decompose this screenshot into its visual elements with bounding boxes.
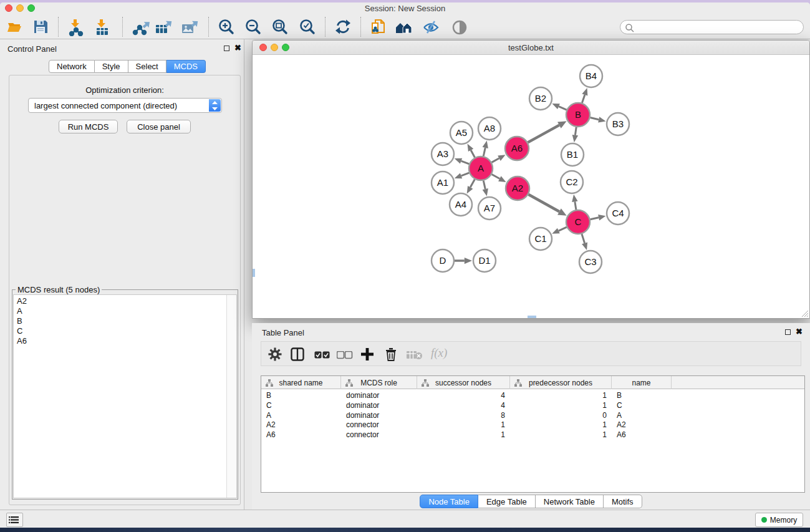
- graph-edge[interactable]: [591, 218, 599, 220]
- refresh-icon[interactable]: [334, 19, 352, 39]
- tab-node-table[interactable]: Node Table: [420, 495, 478, 508]
- mcds-result-list[interactable]: A2ABCA6: [13, 294, 237, 498]
- column-header-MCDS-role[interactable]: MCDS role: [341, 376, 417, 389]
- app-titlebar[interactable]: Session: New Session: [0, 2, 810, 14]
- new-network-from-selection-icon[interactable]: [370, 19, 387, 39]
- table-cell: 1: [510, 430, 607, 440]
- import-table-icon[interactable]: [94, 19, 111, 39]
- column-header-predecessor-nodes[interactable]: predecessor nodes: [510, 376, 612, 389]
- network-graph-canvas[interactable]: B4B2BB3A5A8A6B1A3AC2A1A2A4A7C4CC1C3DD1: [253, 55, 809, 319]
- network-left-scrollmark: [253, 269, 255, 277]
- graph-node-label: C3: [584, 256, 596, 267]
- graph-edge[interactable]: [590, 118, 599, 120]
- graph-edge[interactable]: [582, 234, 585, 243]
- memory-button[interactable]: Memory: [755, 513, 803, 527]
- float-panel-icon[interactable]: [224, 46, 229, 51]
- graph-edge[interactable]: [582, 95, 584, 103]
- column-header-name[interactable]: name: [612, 376, 672, 389]
- desktop: Session: New Session: [0, 0, 810, 532]
- tab-style[interactable]: Style: [95, 60, 128, 73]
- export-image-icon[interactable]: [180, 19, 199, 39]
- graph-edge[interactable]: [483, 148, 485, 157]
- table-close-icon[interactable]: ✖: [796, 327, 803, 336]
- node-table[interactable]: shared nameMCDS rolesuccessor nodesprede…: [261, 375, 805, 493]
- table-cell: A2: [266, 420, 276, 430]
- close-panel-icon[interactable]: ✖: [234, 43, 241, 52]
- settings-gear-icon[interactable]: [268, 347, 282, 364]
- graph-edge-arrowhead: [483, 188, 488, 196]
- result-item[interactable]: A6: [14, 336, 236, 346]
- graph-edge[interactable]: [492, 158, 499, 163]
- graph-edge[interactable]: [559, 227, 567, 231]
- export-network-icon[interactable]: [132, 19, 150, 39]
- show-graphics-details-icon[interactable]: [450, 19, 469, 39]
- delete-column-icon[interactable]: [385, 347, 397, 364]
- table-cell: A2: [617, 420, 626, 430]
- graph-edge[interactable]: [528, 125, 559, 143]
- table-cell: connector: [346, 420, 379, 430]
- tab-mcds[interactable]: MCDS: [166, 60, 206, 73]
- column-header-shared-name[interactable]: shared name: [261, 376, 341, 389]
- graph-node-label: A8: [484, 123, 495, 133]
- save-session-icon[interactable]: [32, 19, 49, 37]
- table-cell: 4: [417, 400, 505, 410]
- zoom-selected-icon[interactable]: [299, 19, 316, 39]
- status-bar: Memory: [0, 510, 810, 528]
- graph-edge-arrowhead: [455, 173, 463, 178]
- tab-motifs[interactable]: Motifs: [604, 495, 642, 508]
- graph-edge[interactable]: [461, 161, 470, 164]
- export-table-icon[interactable]: [154, 19, 173, 39]
- add-column-icon[interactable]: [360, 347, 374, 364]
- zoom-in-icon[interactable]: [218, 19, 235, 39]
- result-item[interactable]: C: [14, 326, 236, 336]
- tab-network-table[interactable]: Network Table: [536, 495, 604, 508]
- graph-edge-arrowhead: [552, 228, 560, 234]
- graph-edge[interactable]: [575, 127, 576, 135]
- deselect-all-checkboxes-icon[interactable]: [337, 351, 353, 362]
- tab-select[interactable]: Select: [128, 60, 166, 73]
- network-window-titlebar[interactable]: testGlobe.txt: [253, 41, 809, 55]
- column-selector-icon[interactable]: [291, 347, 306, 364]
- zoom-out-icon[interactable]: [244, 19, 262, 39]
- graph-edge[interactable]: [471, 150, 475, 158]
- result-scrollbar[interactable]: [226, 295, 236, 498]
- criterion-value: largest connected component (directed): [34, 101, 177, 110]
- table-cell: 0: [510, 410, 607, 420]
- graph-edge[interactable]: [461, 173, 470, 176]
- first-neighbors-icon[interactable]: [395, 19, 413, 39]
- column-header-successor-nodes[interactable]: successor nodes: [417, 376, 510, 389]
- show-panels-list-button[interactable]: [6, 513, 23, 527]
- table-toolbar: f(x): [261, 341, 801, 366]
- graph-edge[interactable]: [528, 195, 559, 212]
- graph-edge[interactable]: [559, 107, 567, 110]
- graph-edge[interactable]: [575, 201, 576, 210]
- run-mcds-button[interactable]: Run MCDS: [59, 120, 118, 133]
- tab-network[interactable]: Network: [49, 60, 95, 73]
- graph-edge[interactable]: [492, 175, 500, 179]
- table-panel: Table Panel ✖: [252, 323, 810, 510]
- table-header[interactable]: shared nameMCDS rolesuccessor nodesprede…: [261, 376, 804, 389]
- function-builder-icon: f(x): [431, 346, 447, 360]
- zoom-fit-icon[interactable]: [271, 19, 289, 39]
- result-item[interactable]: A2: [14, 296, 236, 306]
- select-all-checkboxes-icon[interactable]: [314, 351, 330, 362]
- main-toolbar: [0, 14, 810, 39]
- search-input[interactable]: [620, 20, 804, 34]
- window-resize-grip[interactable]: [801, 310, 809, 317]
- table-float-icon[interactable]: [785, 329, 791, 335]
- import-network-icon[interactable]: [67, 19, 85, 39]
- table-tabs: Node TableEdge TableNetwork TableMotifs: [252, 495, 810, 508]
- table-cell: A: [617, 410, 622, 420]
- hide-graphics-details-icon[interactable]: [422, 19, 440, 39]
- graph-edge[interactable]: [470, 180, 475, 188]
- result-item[interactable]: B: [14, 316, 236, 326]
- mcds-result-group: MCDS result (5 nodes) A2ABCA6: [12, 289, 238, 500]
- graph-node-label: C2: [566, 177, 577, 187]
- delete-table-icon[interactable]: [407, 350, 423, 362]
- result-item[interactable]: A: [14, 306, 236, 316]
- tab-edge-table[interactable]: Edge Table: [478, 495, 536, 508]
- open-session-icon[interactable]: [6, 19, 24, 37]
- close-panel-button[interactable]: Close panel: [127, 120, 191, 133]
- graph-edge[interactable]: [483, 181, 485, 190]
- criterion-dropdown[interactable]: largest connected component (directed): [28, 98, 222, 113]
